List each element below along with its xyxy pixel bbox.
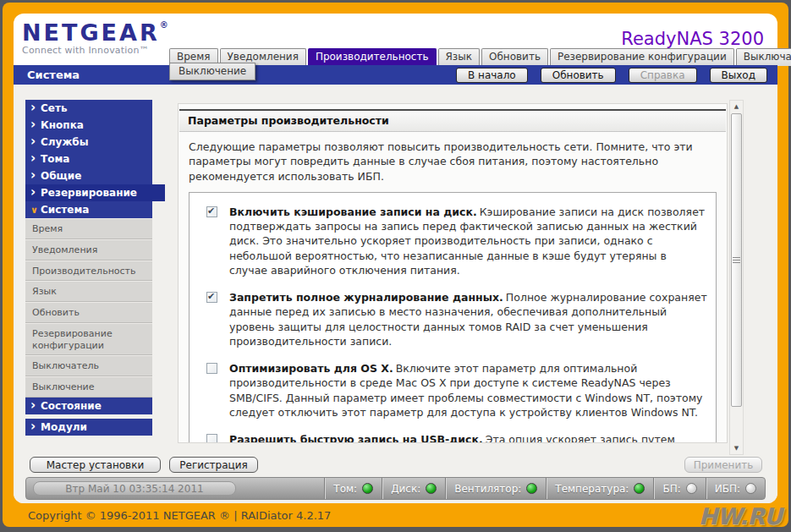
logo-tagline: Connect with Innovation™ <box>22 46 168 55</box>
led-icon <box>745 483 756 494</box>
chevron-right-icon <box>30 102 41 114</box>
title-bar: Система В начало Обновить Справка Выход <box>14 65 777 85</box>
status-bar: Втр Май 10 03:35:14 2011 Том: Диск: Вент… <box>25 477 766 500</box>
sidebar-group-services[interactable]: Службы <box>25 134 152 151</box>
tab-shutdown[interactable]: Выключение <box>169 63 255 80</box>
tab-config-backup[interactable]: Резервирование конфигурации <box>550 48 734 66</box>
content-area: Сеть Кнопка Службы Тома Общие <box>14 85 777 503</box>
product-name: ReadyNAS 3200 <box>621 29 764 49</box>
sidebar-item-config-backup[interactable]: Резервирование конфигурации <box>25 323 152 356</box>
disable-journaling-checkbox[interactable] <box>206 292 217 303</box>
sidebar-item-time[interactable]: Время <box>25 218 152 239</box>
chevron-right-icon <box>30 119 41 131</box>
sidebar-group-network[interactable]: Сеть <box>25 100 152 117</box>
indicator-label: ИБП: <box>715 483 740 495</box>
indicator-psu: БП: <box>653 478 705 499</box>
sidebar-item-power-switch[interactable]: Выключатель <box>25 355 152 376</box>
osx-optimize-checkbox[interactable] <box>206 363 217 374</box>
registered-mark-icon: ® <box>160 20 168 30</box>
indicator-label: Вентилятор: <box>454 483 521 495</box>
sidebar-group-label: Общие <box>41 170 81 182</box>
indicator-temperature: Температура: <box>546 478 653 499</box>
chevron-right-icon <box>30 170 41 182</box>
sidebar-item-language[interactable]: Язык <box>25 281 152 302</box>
sidebar-item-update[interactable]: Обновить <box>25 302 152 323</box>
header: NETGEAR® Connect with Innovation™ ReadyN… <box>14 14 777 65</box>
status-indicators: Том: Диск: Вентилятор: Температура: <box>324 478 765 499</box>
indicator-label: Том: <box>333 483 357 495</box>
tab-performance[interactable]: Производительность <box>308 48 437 66</box>
chevron-right-icon <box>30 187 41 199</box>
main-panel: Параметры производительности Следующие п… <box>178 103 728 443</box>
sidebar-group-button[interactable]: Кнопка <box>25 117 152 134</box>
sidebar-group-status[interactable]: Состояние <box>25 398 152 414</box>
chevron-right-icon <box>30 153 41 165</box>
indicator-disk: Диск: <box>382 478 445 499</box>
led-icon <box>686 483 697 494</box>
usb-fast-write-checkbox[interactable] <box>206 434 217 443</box>
indicator-volume: Том: <box>324 478 382 499</box>
sidebar-group-modules[interactable]: Модули <box>25 419 152 436</box>
scroll-down-button[interactable]: ▼ <box>730 442 743 454</box>
tab-power-switch[interactable]: Выключатель <box>736 48 791 66</box>
chevron-right-icon <box>30 421 41 433</box>
tab-update[interactable]: Обновить <box>481 48 548 66</box>
option-title: Разрешить быструю запись на USB-диск. <box>229 433 483 443</box>
datetime-button[interactable]: Втр Май 10 03:35:14 2011 <box>33 481 236 496</box>
sidebar-item-shutdown[interactable]: Выключение <box>25 376 152 398</box>
sidebar-group-label: Кнопка <box>41 119 84 131</box>
register-button[interactable]: Регистрация <box>169 457 258 473</box>
logout-button[interactable]: Выход <box>710 68 767 83</box>
sidebar-group-label: Система <box>41 204 89 216</box>
chevron-down-icon <box>30 204 41 216</box>
sidebar-group-volumes[interactable]: Тома <box>25 151 152 167</box>
sidebar-group-label: Службы <box>41 136 89 148</box>
sidebar-group-backup[interactable]: Резервирование <box>25 184 165 201</box>
sidebar: Сеть Кнопка Службы Тома Общие <box>25 100 152 436</box>
option-usb-fast-write: Разрешить быструю запись на USB-диск.Эта… <box>190 432 716 443</box>
led-icon <box>426 483 437 494</box>
option-write-cache: Включить кэширование записи на диск.Кэши… <box>190 205 716 290</box>
write-cache-checkbox[interactable] <box>206 206 217 217</box>
option-title: Оптимизировать для OS X. <box>229 362 393 375</box>
indicator-label: Диск: <box>391 483 420 495</box>
led-icon <box>634 483 645 494</box>
refresh-button[interactable]: Обновить <box>541 68 616 83</box>
sidebar-group-label: Резервирование <box>41 187 137 199</box>
chevron-right-icon <box>30 136 41 148</box>
scrollbar[interactable]: ▲ ▼ <box>729 100 744 455</box>
setup-wizard-button[interactable]: Мастер установки <box>30 457 161 473</box>
sidebar-item-notifications[interactable]: Уведомления <box>25 239 152 261</box>
sidebar-group-general[interactable]: Общие <box>25 167 152 184</box>
option-text: Оптимизировать для OS X.Включите этот па… <box>229 361 707 420</box>
option-text: Запретить полное журналирование данных.П… <box>229 290 707 348</box>
option-osx-optimize: Оптимизировать для OS X.Включите этот па… <box>190 361 716 432</box>
scroll-up-button[interactable]: ▲ <box>730 101 743 112</box>
scroll-grip-icon <box>733 257 740 264</box>
led-icon <box>362 483 373 494</box>
intro-text: Следующие параметры позволяют повысить п… <box>189 140 696 184</box>
sidebar-group-system[interactable]: Система <box>25 201 152 218</box>
title-bar-buttons: В начало Обновить Справка Выход <box>456 68 767 83</box>
option-text: Включить кэширование записи на диск.Кэши… <box>229 205 707 277</box>
help-button[interactable]: Справка <box>629 68 697 83</box>
tab-language[interactable]: Язык <box>438 48 480 66</box>
scroll-thumb[interactable] <box>731 113 742 407</box>
page-title: Параметры производительности <box>179 109 726 132</box>
option-disable-journaling: Запретить полное журналирование данных.П… <box>190 290 716 361</box>
hwru-watermark: HW.RU <box>699 503 782 529</box>
sidebar-group-label: Состояние <box>41 400 102 412</box>
options-box: Включить кэширование записи на диск.Кэши… <box>189 192 717 443</box>
section-title: Система <box>27 69 80 81</box>
page-frame: NETGEAR® Connect with Innovation™ ReadyN… <box>3 3 788 527</box>
option-title: Запретить полное журналирование данных. <box>229 291 503 304</box>
home-button[interactable]: В начало <box>456 68 528 83</box>
copyright-text: Copyright © 1996-2011 NETGEAR ® | RAIDia… <box>28 509 331 522</box>
sidebar-group-label: Тома <box>41 153 69 165</box>
sidebar-group-label: Сеть <box>41 102 68 114</box>
chevron-right-icon <box>30 400 41 412</box>
app-window: NETGEAR® Connect with Innovation™ ReadyN… <box>14 14 777 503</box>
led-icon <box>526 483 537 494</box>
sidebar-item-performance[interactable]: Производительность <box>25 261 152 282</box>
apply-button[interactable]: Применить <box>684 457 762 473</box>
